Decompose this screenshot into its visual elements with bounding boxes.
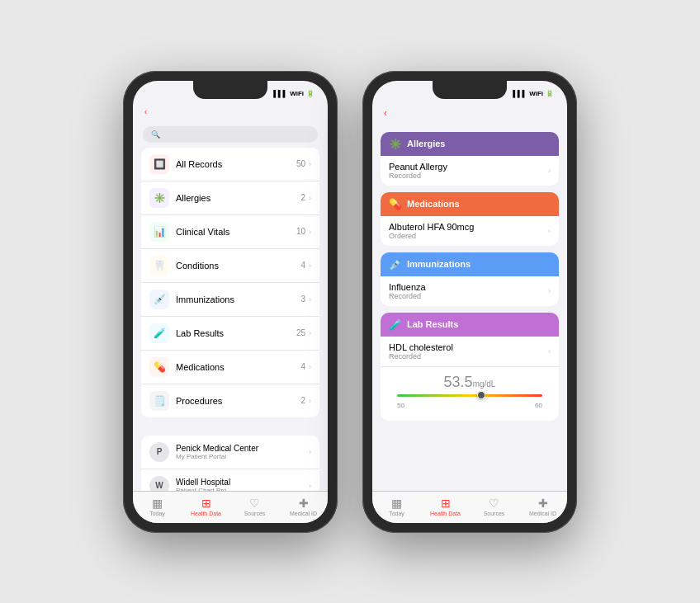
- record-item[interactable]: Peanut Allergy Recorded ›: [381, 156, 559, 186]
- tab-item-sources[interactable]: ♡ Sources: [230, 497, 279, 516]
- slider-track: [397, 394, 542, 397]
- tab-icon: ⊞: [201, 497, 211, 510]
- category-header: 💉 Immunizations: [381, 252, 559, 276]
- chevron-right-icon: ›: [548, 287, 551, 295]
- source-info: Widell Hospital Patient Chart Pro: [176, 478, 309, 491]
- item-label: Lab Results: [176, 328, 296, 338]
- slider-labels: 50 60: [389, 400, 551, 414]
- record-sub: Recorded: [389, 352, 548, 360]
- record-item[interactable]: Influenza Recorded ›: [381, 276, 559, 306]
- tab-label: Sources: [244, 511, 266, 516]
- item-label: Procedures: [176, 396, 300, 406]
- lab-unit: mg/dL: [473, 379, 496, 389]
- chevron-right-icon: ›: [309, 160, 311, 168]
- record-info: Albuterol HFA 90mcg Ordered: [389, 222, 548, 240]
- nav-bar-left: ‹: [133, 104, 328, 123]
- item-count: 4: [300, 261, 305, 270]
- record-sub: Recorded: [389, 172, 548, 180]
- tab-label: Medical ID: [290, 511, 317, 516]
- record-info: Peanut Allergy Recorded: [389, 162, 548, 180]
- tab-label: Health Data: [430, 511, 461, 516]
- record-name: Peanut Allergy: [389, 162, 548, 172]
- chevron-left-icon: ‹: [144, 107, 147, 116]
- scroll-area-left[interactable]: 🔲 All Records 50 › ✳️ Allergies 2 › 📊 Cl…: [133, 148, 328, 491]
- lab-value-container: 53.5mg/dL 50 60: [381, 367, 559, 421]
- slider-thumb: [477, 391, 485, 399]
- record-name: Influenza: [389, 282, 548, 292]
- tab-icon: ✚: [538, 497, 548, 510]
- search-icon: 🔍: [151, 130, 160, 139]
- source-item[interactable]: W Widell Hospital Patient Chart Pro ›: [141, 469, 319, 491]
- tab-label: Today: [149, 511, 165, 516]
- tab-label: Medical ID: [529, 511, 556, 516]
- list-item[interactable]: ✳️ Allergies 2 ›: [141, 181, 319, 215]
- item-count: 3: [300, 294, 305, 304]
- category-section-lab results: 🧪 Lab Results HDL cholesterol Recorded ›…: [381, 313, 559, 421]
- lab-value: 53.5mg/dL: [389, 374, 551, 391]
- chevron-right-icon: ›: [309, 295, 311, 304]
- item-icon: 📊: [149, 222, 169, 242]
- item-label: Immunizations: [176, 294, 300, 304]
- back-button-left[interactable]: ‹: [144, 107, 316, 116]
- tab-icon: ⊞: [441, 497, 451, 510]
- record-sub: Recorded: [389, 292, 548, 300]
- tab-item-right-medical-id[interactable]: ✚ Medical ID: [518, 497, 567, 516]
- item-count: 50: [296, 159, 305, 168]
- item-label: Clinical Vitals: [176, 227, 296, 237]
- item-count: 2: [300, 396, 305, 405]
- list-item[interactable]: 🦷 Conditions 4 ›: [141, 249, 319, 283]
- category-label: Immunizations: [407, 259, 471, 269]
- nav-bar-right: ‹: [372, 104, 567, 120]
- tab-item-right-health-data[interactable]: ⊞ Health Data: [421, 497, 470, 516]
- item-count: 10: [296, 227, 305, 236]
- source-name: Penick Medical Center: [176, 444, 309, 453]
- chevron-right-icon: ›: [309, 363, 311, 371]
- list-item[interactable]: 📊 Clinical Vitals 10 ›: [141, 215, 319, 249]
- item-count: 2: [300, 193, 305, 202]
- category-label: Lab Results: [407, 319, 458, 329]
- record-item[interactable]: HDL cholesterol Recorded ›: [381, 337, 559, 367]
- list-item[interactable]: 💉 Immunizations 3 ›: [141, 283, 319, 317]
- search-bar[interactable]: 🔍: [143, 126, 318, 143]
- tab-item-medical-id[interactable]: ✚ Medical ID: [279, 497, 328, 516]
- item-label: Medications: [176, 362, 300, 372]
- chevron-right-icon: ›: [548, 167, 551, 175]
- records-list: 🔲 All Records 50 › ✳️ Allergies 2 › 📊 Cl…: [141, 148, 319, 417]
- category-section-immunizations: 💉 Immunizations Influenza Recorded ›: [381, 252, 559, 306]
- tab-item-today[interactable]: ▦ Today: [133, 497, 182, 516]
- source-item[interactable]: P Penick Medical Center My Patient Porta…: [141, 436, 319, 469]
- source-avatar: W: [149, 476, 169, 491]
- tab-item-right-sources[interactable]: ♡ Sources: [470, 497, 518, 516]
- scroll-area-right[interactable]: ✳️ Allergies Peanut Allergy Recorded › 💊…: [372, 132, 567, 491]
- source-sub: My Patient Portal: [176, 453, 309, 460]
- tab-item-right-today[interactable]: ▦ Today: [372, 497, 421, 516]
- status-icons-left: ▌▌▌ WiFi 🔋: [273, 90, 315, 97]
- source-info: Penick Medical Center My Patient Portal: [176, 444, 309, 460]
- item-label: Conditions: [176, 261, 300, 271]
- status-icons-right: ▌▌▌ WiFi 🔋: [513, 90, 554, 97]
- sources-label: [133, 427, 328, 436]
- record-item[interactable]: Albuterol HFA 90mcg Ordered ›: [381, 216, 559, 246]
- list-item[interactable]: 🧪 Lab Results 25 ›: [141, 317, 319, 351]
- category-section-medications: 💊 Medications Albuterol HFA 90mcg Ordere…: [381, 192, 559, 246]
- list-item[interactable]: 💊 Medications 4 ›: [141, 351, 319, 384]
- list-item[interactable]: 🗒️ Procedures 2 ›: [141, 384, 319, 417]
- item-icon: 💊: [149, 357, 169, 377]
- list-item[interactable]: 🔲 All Records 50 ›: [141, 148, 319, 181]
- category-section-allergies: ✳️ Allergies Peanut Allergy Recorded ›: [381, 132, 559, 186]
- item-label: All Records: [176, 159, 296, 169]
- tab-label: Health Data: [191, 511, 221, 516]
- chevron-right-icon: ›: [309, 397, 311, 405]
- tab-item-health-data[interactable]: ⊞ Health Data: [182, 497, 230, 516]
- item-icon: 💉: [149, 290, 169, 309]
- category-icon: 💊: [389, 198, 402, 210]
- chevron-right-icon: ›: [309, 261, 311, 270]
- source-name: Widell Hospital: [176, 478, 309, 487]
- tab-icon: ♡: [249, 497, 260, 510]
- notch: [193, 81, 267, 99]
- item-count: 4: [300, 362, 305, 371]
- category-header: 🧪 Lab Results: [381, 313, 559, 337]
- chevron-right-icon: ›: [309, 448, 311, 456]
- tab-bar-right: ▦ Today ⊞ Health Data ♡ Sources ✚ Medica…: [372, 491, 567, 523]
- slider-high: 60: [535, 402, 542, 409]
